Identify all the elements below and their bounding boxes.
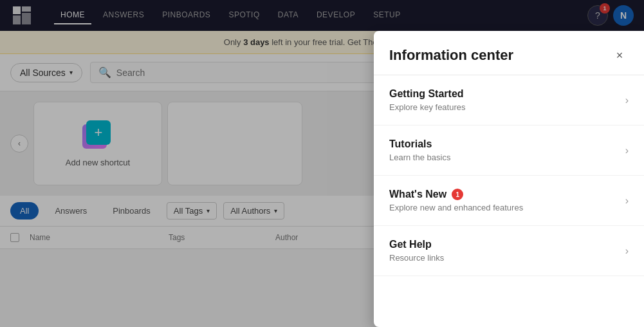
info-item-tutorials[interactable]: Tutorials Learn the basics › (374, 126, 644, 176)
modal-header: Information center × (374, 31, 644, 75)
info-item-getting-started-content: Getting Started Explore key features (389, 88, 466, 112)
getting-started-subtitle: Explore key features (389, 102, 466, 112)
chevron-right-icon: › (625, 195, 629, 207)
getting-started-title: Getting Started (389, 88, 466, 100)
modal-close-button[interactable]: × (611, 46, 629, 64)
chevron-right-icon: › (625, 245, 629, 257)
chevron-right-icon: › (625, 145, 629, 156)
information-center-modal: Information center × Getting Started Exp… (374, 31, 644, 327)
info-item-whats-new[interactable]: What's New 1 Explore new and enhanced fe… (374, 176, 644, 226)
info-item-get-help[interactable]: Get Help Resource links › (374, 226, 644, 276)
whats-new-badge: 1 (452, 189, 463, 200)
tutorials-subtitle: Learn the basics (389, 153, 450, 162)
info-item-tutorials-content: Tutorials Learn the basics (389, 138, 450, 162)
info-item-get-help-content: Get Help Resource links (389, 239, 444, 263)
modal-body: Getting Started Explore key features › T… (374, 75, 644, 327)
info-item-whats-new-content: What's New 1 Explore new and enhanced fe… (389, 189, 523, 212)
get-help-title: Get Help (389, 239, 444, 250)
info-item-getting-started[interactable]: Getting Started Explore key features › (374, 75, 644, 126)
get-help-subtitle: Resource links (389, 253, 444, 263)
modal-title: Information center (389, 47, 513, 64)
tutorials-title: Tutorials (389, 138, 450, 150)
chevron-right-icon: › (625, 95, 629, 106)
whats-new-subtitle: Explore new and enhanced features (389, 203, 523, 212)
whats-new-title: What's New 1 (389, 189, 523, 200)
